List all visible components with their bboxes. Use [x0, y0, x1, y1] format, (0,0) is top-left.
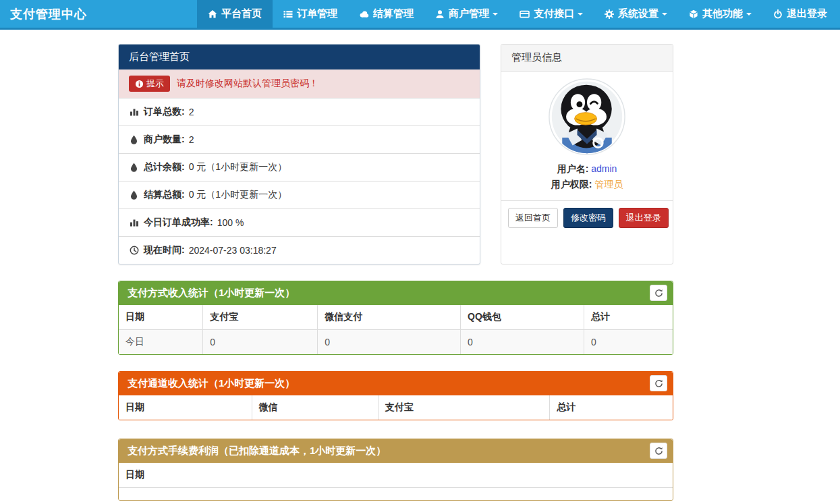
payment-method-income-title: 支付方式收入统计（1小时更新一次）: [119, 281, 673, 305]
table-cell: 0: [461, 330, 584, 355]
droplet-icon: [129, 135, 139, 144]
back-home-button[interactable]: 返回首页: [508, 208, 558, 228]
nav-item-settlement-management[interactable]: 结算管理: [348, 0, 424, 28]
cube-icon: [689, 9, 698, 19]
col-header: 日期: [119, 463, 673, 488]
col-header: 微信支付: [318, 305, 461, 330]
cloud-icon: [359, 9, 369, 19]
refresh-button[interactable]: [650, 375, 667, 391]
power-icon: [773, 9, 783, 19]
table-header-row: 日期 微信 支付宝 总计: [119, 395, 673, 420]
bar-chart-icon: [129, 218, 139, 227]
chevron-down-icon: [578, 13, 583, 16]
fee-profit-panel: 支付方式手续费利润（已扣除通道成本，1小时更新一次） 日期: [118, 439, 673, 501]
role-link[interactable]: 管理员: [594, 179, 623, 190]
stat-row-merchant-count: 商户数量: 2: [119, 125, 480, 153]
admin-panel-body: 用户名: admin 用户权限: 管理员: [501, 72, 673, 200]
role-line: 用户权限: 管理员: [508, 177, 666, 192]
nav-item-platform-home[interactable]: 平台首页: [197, 0, 273, 28]
payment-channel-income-panel: 支付通道收入统计（1小时更新一次） 日期 微信 支付宝 总计: [118, 371, 673, 420]
admin-info-panel: 管理员信息: [501, 44, 673, 264]
admin-panel-title: 管理员信息: [501, 45, 673, 72]
table-header-row: 日期: [119, 463, 673, 488]
stat-row-settlement-total: 结算总额: 0 元（1小时更新一次）: [119, 181, 480, 208]
stat-row-success-rate: 今日订单成功率: 100 %: [119, 208, 480, 236]
clock-icon: [129, 246, 139, 255]
home-icon: [208, 9, 217, 19]
stat-row-total-orders: 订单总数: 2: [119, 98, 480, 125]
gear-icon: [605, 9, 614, 19]
nav-item-merchant-management[interactable]: 商户管理: [424, 0, 509, 28]
col-header: 总计: [584, 305, 673, 330]
dashboard-panel: 后台管理首页 提示 请及时修改网站默认管理员密码！ 订单总数: 2: [118, 44, 480, 264]
payment-method-income-panel: 支付方式收入统计（1小时更新一次） 日期 支付宝 微信支付 QQ钱包 总计 今日…: [118, 281, 673, 355]
nav-item-other-functions[interactable]: 其他功能: [678, 0, 762, 28]
list-icon: [283, 9, 293, 19]
table-cell: 0: [318, 330, 461, 355]
fee-profit-table: 日期: [119, 463, 673, 500]
username-line: 用户名: admin: [508, 161, 666, 177]
logout-button[interactable]: 退出登录: [619, 208, 669, 228]
col-header: QQ钱包: [461, 305, 584, 330]
chevron-down-icon: [746, 13, 752, 16]
nav-item-payment-interface[interactable]: 支付接口: [509, 0, 594, 28]
droplet-icon: [129, 190, 139, 200]
nav-item-system-settings[interactable]: 系统设置: [594, 0, 678, 28]
col-header: 支付宝: [378, 395, 550, 420]
droplet-icon: [129, 163, 139, 172]
stat-row-current-time: 现在时间: 2024-07-23 03:18:27: [119, 236, 480, 264]
col-header: 总计: [550, 395, 673, 420]
nav-item-logout[interactable]: 退出登录: [762, 0, 838, 28]
table-row: 今日 0 0 0 0: [119, 330, 673, 355]
change-password-button[interactable]: 修改密码: [563, 208, 613, 228]
fee-profit-title: 支付方式手续费利润（已扣除通道成本，1小时更新一次）: [119, 439, 673, 463]
payment-method-income-table: 日期 支付宝 微信支付 QQ钱包 总计 今日 0 0 0 0: [119, 305, 673, 354]
bar-chart-icon: [129, 107, 139, 117]
col-header: 支付宝: [203, 305, 318, 330]
page-content: 后台管理首页 提示 请及时修改网站默认管理员密码！ 订单总数: 2: [118, 44, 673, 501]
top-navbar: 支付管理中心 平台首页 订单管理 结算管理 商户管理 支付接口: [0, 0, 840, 30]
table-cell: 0: [203, 330, 318, 355]
dashboard-panel-title: 后台管理首页: [119, 45, 480, 69]
refresh-button[interactable]: [650, 285, 667, 301]
alert-message: 请及时修改网站默认管理员密码！: [177, 78, 318, 90]
user-icon: [435, 9, 445, 19]
table-header-row: 日期 支付宝 微信支付 QQ钱包 总计: [119, 305, 673, 330]
info-circle-icon: [135, 80, 144, 88]
table-cell: 今日: [119, 330, 203, 355]
qq-penguin-avatar: [548, 78, 626, 156]
password-warning-alert: 提示 请及时修改网站默认管理员密码！: [119, 69, 480, 98]
nav-item-order-management[interactable]: 订单管理: [273, 0, 348, 28]
stat-row-total-balance: 总计余额: 0 元（1小时更新一次）: [119, 153, 480, 181]
credit-card-icon: [520, 9, 530, 19]
col-header: 微信: [252, 395, 378, 420]
refresh-button[interactable]: [650, 443, 667, 459]
payment-channel-income-table: 日期 微信 支付宝 总计: [119, 395, 673, 420]
admin-panel-footer: 返回首页 修改密码 退出登录: [501, 200, 673, 235]
chevron-down-icon: [662, 13, 667, 16]
payment-channel-income-title: 支付通道收入统计（1小时更新一次）: [119, 372, 673, 395]
table-cell: 0: [584, 330, 673, 355]
col-header: 日期: [119, 395, 252, 420]
app-title[interactable]: 支付管理中心: [0, 0, 197, 28]
col-header: 日期: [119, 305, 203, 330]
username-link[interactable]: admin: [591, 163, 617, 174]
chevron-down-icon: [493, 13, 498, 16]
alert-badge: 提示: [129, 76, 170, 92]
